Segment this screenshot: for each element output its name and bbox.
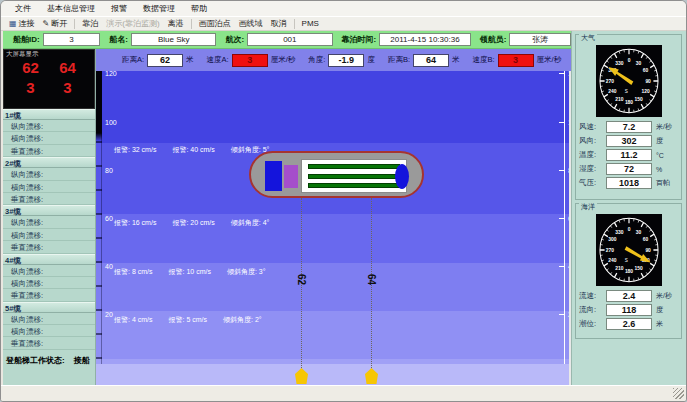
distance-b-unit: 米 xyxy=(452,55,460,65)
drift-row: 垂直漂移: xyxy=(3,289,95,301)
ocean-title: 海洋 xyxy=(579,203,597,211)
svg-text:60: 60 xyxy=(642,236,648,242)
axis-label: 100 xyxy=(105,119,117,126)
depart-button[interactable]: 离港 xyxy=(164,17,188,30)
temperature-unit: °C xyxy=(656,152,664,159)
menu-bar: 文件 基本信息管理 报警 数据管理 帮助 xyxy=(1,1,686,16)
draw-zone-button[interactable]: 画线域 xyxy=(235,17,267,30)
ship-id-field[interactable]: 3 xyxy=(43,33,101,46)
speed-b-unit: 厘米/秒 xyxy=(537,55,562,65)
temperature-value: 11.2 xyxy=(606,149,652,161)
demo-monitor-button: 演示(靠泊监测) xyxy=(102,17,163,30)
svg-text:330: 330 xyxy=(615,229,623,235)
svg-text:0: 0 xyxy=(627,57,630,63)
cancel-button[interactable]: 取消 xyxy=(267,17,291,30)
ship-bow-block xyxy=(395,164,409,189)
berth-time-field[interactable]: 2011-4-15 10:30:36 xyxy=(379,33,470,46)
sensor-a-distance-label: 62 xyxy=(296,272,307,288)
ship-cargo-hold xyxy=(301,159,407,193)
alarm-text: 倾斜角度: 2° xyxy=(223,315,262,325)
distance-b-label: 距离B: xyxy=(388,55,410,65)
berth-button[interactable]: 靠泊 xyxy=(78,17,102,30)
alarm-text: 报警: 40 cm/s xyxy=(172,145,214,155)
wind-dir-label: 风向: xyxy=(579,136,606,146)
ship-funnel-block xyxy=(284,165,298,188)
distance-b-value: 64 xyxy=(413,54,449,67)
toolbar-separator xyxy=(74,19,75,29)
axis-label: 40 xyxy=(105,263,113,270)
distance-a-label: 距离A: xyxy=(122,55,144,65)
alarm-band-2deg: 报警: 4 cm/s 报警: 5 cm/s 倾斜角度: 2° xyxy=(114,315,262,325)
pencil-icon: ✎ xyxy=(43,20,50,28)
drift-row: 横向漂移: xyxy=(3,181,95,193)
axis-tick xyxy=(559,314,564,315)
wind-speed-value: 7.2 xyxy=(606,121,652,133)
cargo-hatch xyxy=(308,164,400,169)
ship-name-field[interactable]: Blue Sky xyxy=(131,33,216,46)
cargo-hatch xyxy=(308,174,400,179)
disconnect-button[interactable]: ✎断开 xyxy=(39,17,72,30)
menu-basic-info[interactable]: 基本信息管理 xyxy=(39,1,103,16)
drift-row: 横向漂移: xyxy=(3,277,95,289)
resize-grip-icon[interactable] xyxy=(673,388,684,399)
pressure-label: 气压: xyxy=(579,178,606,188)
drift-row: 垂直漂移: xyxy=(3,193,95,205)
cable-4-header: 4#缆 xyxy=(3,254,95,265)
alarm-text: 报警: 5 cm/s xyxy=(169,315,208,325)
menu-data[interactable]: 数据管理 xyxy=(135,1,183,16)
tide-level-unit: 米 xyxy=(656,319,663,329)
wind-speed-label: 风速: xyxy=(579,122,606,132)
speed-b-value: 3 xyxy=(498,54,534,67)
berth-sensor-a-marker xyxy=(295,368,308,384)
cable-5-header: 5#缆 xyxy=(3,302,95,313)
drift-row: 垂直漂移: xyxy=(3,145,95,157)
voyage-field[interactable]: 001 xyxy=(247,33,332,46)
svg-text:240: 240 xyxy=(608,88,616,94)
alarm-text: 倾斜角度: 4° xyxy=(231,218,270,228)
screen-point-button[interactable]: 画面泊点 xyxy=(195,17,235,30)
atmosphere-groupbox: 大气 0306090120150180210240270300330S 风速:7… xyxy=(575,34,682,200)
right-axis-ruler xyxy=(564,71,565,364)
drift-row: 纵向漂移: xyxy=(3,265,95,277)
ship-info-bar: 船舶ID: 3 船名: Blue Sky 航次: 001 靠泊时间: 2011-… xyxy=(3,31,571,49)
wind-speed-unit: 米/秒 xyxy=(656,122,672,132)
axis-tick xyxy=(559,170,564,171)
drift-row: 纵向漂移: xyxy=(3,120,95,132)
svg-text:S: S xyxy=(624,89,627,94)
current-dir-label: 流向: xyxy=(579,305,606,315)
axis-label: 20 xyxy=(105,311,113,318)
axis-tick xyxy=(559,73,564,74)
svg-text:270: 270 xyxy=(605,78,613,84)
berth-time-label: 靠泊时间: xyxy=(342,34,377,45)
connect-button[interactable]: ▦连接 xyxy=(5,17,39,30)
alarm-text: 报警: 8 cm/s xyxy=(114,267,153,277)
distance-speed-bar: 距离A: 62 米 速度A: 3 厘米/秒 角度: -1.9 度 距离B: 64… xyxy=(96,49,571,71)
svg-text:150: 150 xyxy=(634,265,642,271)
toolbar-separator xyxy=(294,19,295,29)
axis-label: 60 xyxy=(105,215,113,222)
drift-row: 纵向漂移: xyxy=(3,313,95,325)
pilot-label: 领航员: xyxy=(480,34,507,45)
tide-level-label: 潮位: xyxy=(579,319,606,329)
toolbar-separator xyxy=(191,19,192,29)
menu-file[interactable]: 文件 xyxy=(7,1,39,16)
axis-tick xyxy=(559,122,564,123)
cable-3-header: 3#缆 xyxy=(3,205,95,216)
pilot-field[interactable]: 张涛 xyxy=(509,33,571,46)
alarm-text: 倾斜角度: 3° xyxy=(227,267,266,277)
pms-button[interactable]: PMS xyxy=(298,18,323,29)
distance-a-value: 62 xyxy=(147,54,183,67)
menu-alarm[interactable]: 报警 xyxy=(103,1,135,16)
alarm-text: 报警: 10 cm/s xyxy=(169,267,211,277)
drift-row: 垂直漂移: xyxy=(3,337,95,349)
environment-panel: 大气 0306090120150180210240270300330S 风速:7… xyxy=(571,31,686,387)
alarm-text: 报警: 32 cm/s xyxy=(114,145,156,155)
berthing-chart: 120 100 80 60 40 20 报警: 32 cm/s 报警: 40 c… xyxy=(96,71,571,386)
berth-sensor-b-marker xyxy=(365,368,378,384)
alarm-text: 报警: 16 cm/s xyxy=(114,218,156,228)
display-distance-b: 64 xyxy=(59,58,76,78)
menu-help[interactable]: 帮助 xyxy=(183,1,215,16)
current-speed-value: 2.4 xyxy=(606,290,652,302)
svg-text:180: 180 xyxy=(624,268,632,274)
display-speed-a: 3 xyxy=(26,78,34,98)
